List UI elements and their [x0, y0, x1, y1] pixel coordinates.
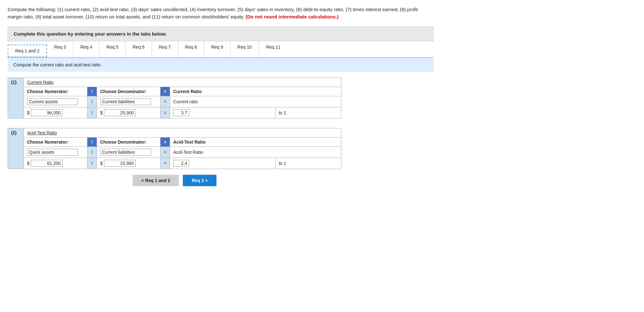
- section1-to1: to 1: [275, 107, 341, 118]
- section1-result-value[interactable]: 3.7: [173, 109, 189, 116]
- section2-denominator-label[interactable]: Current liabilities: [97, 146, 161, 158]
- instruction-text: Complete this question by entering your …: [14, 31, 167, 37]
- instruction-box: Complete this question by entering your …: [8, 26, 434, 41]
- tabs-container: Req 1 and 2: [8, 44, 47, 57]
- tab-content-area: Compute the current ratio and acid-test …: [8, 58, 434, 72]
- section2-equals-value: =: [161, 158, 170, 169]
- section1-result-header: Current Ratio: [170, 87, 341, 96]
- tab-req-8[interactable]: Req 8: [178, 41, 204, 57]
- acid-test-ratio-table: (2) Acid-Test Ratio Choose Numerator: / …: [8, 128, 341, 169]
- tab-content-label: Compute the current ratio and acid-test …: [13, 62, 102, 67]
- tab-req-5[interactable]: Req 5: [99, 41, 126, 57]
- section1-denominator-header: Choose Denominator:: [97, 87, 161, 96]
- section2-result-header: Acid-Test Ratio: [170, 137, 341, 146]
- tab-req-9[interactable]: Req 9: [204, 41, 230, 57]
- section1-denominator-value-cell[interactable]: $ 25,900: [97, 107, 161, 118]
- section2-title: Acid-Test Ratio: [24, 128, 341, 137]
- tab-req-3[interactable]: Req 3: [47, 41, 73, 57]
- section2-equals-label: =: [161, 146, 170, 158]
- section2-slash-label: /: [87, 146, 97, 158]
- section1-dollar2: $: [100, 110, 103, 115]
- section2-equals-header: =: [161, 137, 170, 146]
- section2-number: (2): [8, 128, 24, 169]
- intro-main: Compute the following: (1) current ratio…: [8, 7, 418, 19]
- section1-slash-header: /: [87, 87, 97, 96]
- section2-slash-value: /: [87, 158, 97, 169]
- tab-req-7[interactable]: Req 7: [152, 41, 178, 57]
- prev-button[interactable]: < Req 1 and 2: [133, 175, 179, 186]
- acid-test-ratio-section: (2) Acid-Test Ratio Choose Numerator: / …: [8, 128, 341, 169]
- section1-equals-header: =: [161, 87, 170, 96]
- section1-equals-value: =: [161, 107, 170, 118]
- tab-req-10[interactable]: Req 10: [230, 41, 259, 57]
- section1-numerator-value-cell[interactable]: $ 96,050: [24, 107, 87, 118]
- section2-denominator-header: Choose Denominator:: [97, 137, 161, 146]
- tabs-row: Req 1 and 2 Req 3 Req 4 Req 5 Req 6 Req …: [8, 41, 434, 58]
- section2-title-text: Acid-Test Ratio: [27, 130, 57, 135]
- section2-dollar: $: [27, 161, 30, 166]
- tab-req-4[interactable]: Req 4: [73, 41, 99, 57]
- section2-numerator-header: Choose Numerator:: [24, 137, 87, 146]
- section2-numerator-label[interactable]: Quick assets: [24, 146, 87, 158]
- section1-result-label: Current ratio: [170, 96, 341, 107]
- section2-numerator-value[interactable]: 61,200: [31, 160, 63, 167]
- section2-numerator-value-cell[interactable]: $ 61,200: [24, 158, 87, 169]
- section2-denominator-value-cell[interactable]: $ 25,900: [97, 158, 161, 169]
- section1-slash-label: /: [87, 96, 97, 107]
- bottom-nav: < Req 1 and 2 Req 3 >: [8, 175, 341, 186]
- section2-slash-header: /: [87, 137, 97, 146]
- section2-result-value-cell[interactable]: 2.4: [170, 158, 276, 169]
- intro-text: Compute the following: (1) current ratio…: [8, 6, 434, 21]
- section1-denominator-value[interactable]: 25,900: [104, 109, 136, 116]
- section2-denominator-value[interactable]: 25,900: [104, 160, 136, 167]
- section2-result-label: Acid-Test Ratio: [170, 146, 341, 158]
- tab-req-1-2[interactable]: Req 1 and 2: [8, 45, 46, 57]
- section1-equals-label: =: [161, 96, 170, 107]
- next-button[interactable]: Req 3 >: [183, 175, 216, 186]
- section1-number: (1): [8, 78, 24, 118]
- current-ratio-section: (1) Current Ratio Choose Numerator: / Ch…: [8, 78, 341, 119]
- section1-slash-value: /: [87, 107, 97, 118]
- section1-denominator-label[interactable]: Current liabilities: [97, 96, 161, 107]
- section1-title: Current Ratio: [24, 78, 341, 87]
- intro-warning: (Do not round intermediate calculations.…: [246, 14, 339, 19]
- section1-result-value-cell[interactable]: 3.7: [170, 107, 276, 118]
- section2-dollar2: $: [100, 161, 103, 166]
- tab-req-6[interactable]: Req 6: [126, 41, 152, 57]
- section1-title-text: Current Ratio: [27, 80, 53, 85]
- section1-numerator-label[interactable]: Current assets: [24, 96, 87, 107]
- section2-result-value[interactable]: 2.4: [173, 160, 189, 167]
- tab-req-11[interactable]: Req 11: [259, 41, 287, 57]
- section1-numerator-value[interactable]: 96,050: [31, 109, 63, 116]
- section2-to1: to 1: [275, 158, 341, 169]
- current-ratio-table: (1) Current Ratio Choose Numerator: / Ch…: [8, 78, 341, 119]
- section1-dollar: $: [27, 110, 30, 115]
- section1-numerator-header: Choose Numerator:: [24, 87, 87, 96]
